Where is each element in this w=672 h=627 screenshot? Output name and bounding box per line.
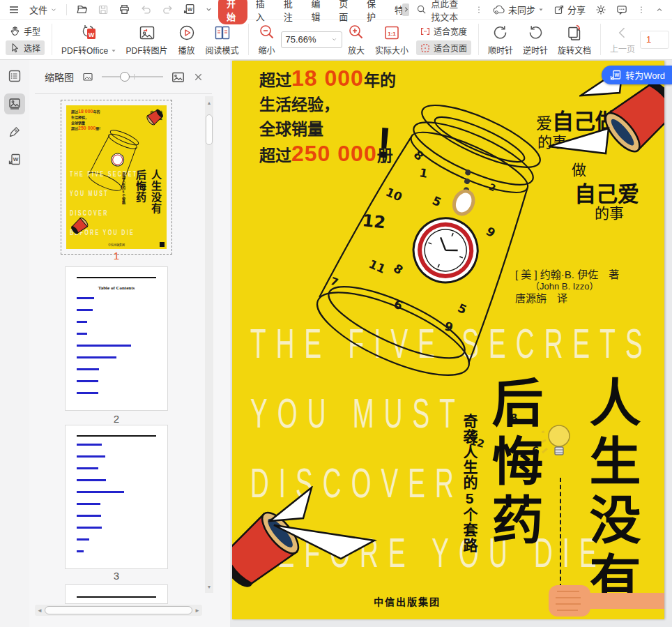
rotate-clockwise-icon (491, 24, 510, 42)
fit-width-button[interactable]: 适合宽度 (416, 24, 471, 38)
zoom-in-icon (347, 24, 365, 42)
cover-slogan-line5: 的事 (595, 202, 624, 222)
scroll-left-arrow[interactable]: ◄ (37, 607, 43, 614)
export-word-quick-button[interactable]: W (179, 1, 199, 17)
thumbnail-small-icon[interactable] (82, 71, 93, 82)
rotate-document-button[interactable]: 旋转文档 (553, 20, 596, 59)
zoom-in-button[interactable]: 放大 (342, 20, 370, 59)
sidebar-item-annotate[interactable] (4, 121, 25, 142)
page-number-input[interactable] (640, 31, 669, 49)
settings-button[interactable] (591, 2, 611, 17)
collapse-ribbon-button[interactable] (651, 3, 668, 16)
thumbnail-page-1[interactable]: 超过18 000年的 生活经验， 全球销量 超过250 000册! 自己做自己爱… (66, 105, 167, 249)
open-file-button[interactable] (72, 1, 92, 17)
pdf-page[interactable]: 超过18 000年的 生活经验， 全球销量 超过250 000册 ! 爱自己做 … (232, 61, 664, 619)
sidebar-item-outline[interactable] (4, 66, 25, 86)
read-mode-label: 阅读模式 (206, 44, 239, 56)
scroll-down-arrow[interactable]: ▼ (205, 582, 213, 591)
sidebar-item-to-word[interactable]: W (4, 149, 25, 170)
slider-knob[interactable] (120, 72, 130, 82)
toc-rule (77, 277, 156, 278)
scroll-up-arrow[interactable]: ▲ (205, 98, 213, 107)
pen-icon (8, 125, 22, 139)
share-button[interactable]: 分享 (549, 1, 590, 18)
cloud-unsynced-icon (493, 4, 505, 15)
scroll-right-arrow[interactable]: ► (194, 607, 200, 614)
horizontal-scrollbar[interactable]: ◄ ► (35, 605, 202, 616)
undo-button[interactable] (136, 1, 156, 17)
toolbar: 手型 选择 W PDF转Office PDF转图片 播放 阅读模式 缩小 75.… (0, 20, 672, 60)
rotate-counterclockwise-button[interactable]: 逆时针 (518, 20, 553, 59)
vertical-scrollbar-thumb[interactable] (206, 114, 213, 145)
close-panel-icon[interactable] (193, 72, 204, 82)
read-mode-button[interactable]: 阅读模式 (201, 20, 244, 59)
horizontal-scrollbar-thumb[interactable] (45, 606, 192, 614)
rotate-clockwise-button[interactable]: 顺时针 (483, 20, 518, 59)
file-menu[interactable]: 文件 (25, 1, 61, 18)
menubar: 文件 W 开始 插入 批注 编辑 页面 保护 特 点此查找文本 未同步 (0, 0, 672, 20)
undo-icon (140, 3, 152, 15)
feedback-button[interactable] (612, 2, 632, 17)
convert-to-word-button[interactable]: W 转为Word (602, 66, 672, 84)
search-more-button[interactable] (471, 3, 487, 16)
previous-page-button[interactable]: 上一页 (605, 20, 640, 59)
svg-text:W: W (615, 73, 620, 77)
sidebar-item-thumbnails[interactable] (4, 93, 25, 114)
toc-link-line (77, 479, 106, 481)
svg-text:9: 9 (484, 224, 498, 240)
thumbnail-page-2[interactable]: Table of Contents (66, 267, 167, 410)
tab-features[interactable]: 特 (388, 1, 404, 18)
divider (35, 93, 212, 94)
toc-link-line (77, 297, 94, 299)
redo-button[interactable] (158, 1, 178, 17)
toc-link-line (77, 515, 101, 517)
caret-down-icon (538, 7, 544, 13)
thumbnail-large-icon[interactable] (171, 70, 185, 84)
page-number-2: 2 (66, 413, 167, 425)
folder-open-icon (76, 3, 88, 15)
save-button[interactable] (93, 2, 113, 17)
toc-link-line (77, 380, 98, 382)
svg-text:1:1: 1:1 (388, 30, 396, 36)
select-tool-button[interactable]: 选择 (6, 40, 45, 55)
vertical-scrollbar-track[interactable] (205, 96, 213, 593)
tab-edit[interactable]: 编辑 (304, 0, 330, 25)
pdf-to-office-button[interactable]: W PDF转Office (56, 20, 121, 59)
pdf-to-image-button[interactable]: PDF转图片 (121, 20, 173, 59)
hamburger-menu-button[interactable] (4, 2, 24, 17)
sync-status-button[interactable]: 未同步 (489, 1, 548, 18)
quick-access-dropdown[interactable] (201, 3, 217, 15)
print-button[interactable] (114, 1, 135, 17)
fit-width-label: 适合宽度 (434, 25, 467, 37)
rotate-clockwise-label: 顺时针 (488, 44, 513, 56)
fit-width-icon (420, 27, 430, 36)
toc-link-line (77, 467, 98, 469)
thumbnails-icon (8, 97, 22, 111)
more-options-button[interactable] (633, 3, 650, 16)
thumbnail-page-4[interactable] (66, 585, 167, 603)
tabs-overflow-button[interactable] (402, 3, 409, 16)
fit-page-button[interactable]: 适合页面 (416, 40, 471, 55)
zoom-out-label: 缩小 (259, 44, 275, 56)
cover-title-right: 人生没有 (582, 376, 638, 610)
zoom-level-combobox[interactable]: 75.66% (281, 31, 342, 48)
svg-text:8: 8 (411, 148, 427, 164)
thumbnail-page-3[interactable] (66, 425, 167, 568)
panel-title: 缩略图 (45, 70, 74, 84)
rotate-counterclockwise-label: 逆时针 (523, 44, 548, 56)
thumbnail-size-slider[interactable] (102, 72, 163, 82)
svg-text:5: 5 (456, 301, 469, 317)
toc-link-line (77, 527, 102, 529)
play-button[interactable]: 播放 (173, 20, 201, 59)
kebab-menu-icon (475, 6, 483, 14)
chevron-down-icon (205, 6, 213, 13)
svg-text:8: 8 (391, 261, 406, 277)
actual-size-button[interactable]: 1:1 实际大小 (370, 20, 413, 59)
toc-link-line (77, 444, 102, 446)
sound-spark-4 (273, 513, 377, 561)
hand-tool-button[interactable]: 手型 (6, 24, 45, 38)
zoom-out-button[interactable]: 缩小 (253, 20, 281, 59)
select-tool-label: 选择 (24, 42, 40, 54)
caret-down-icon (331, 36, 337, 43)
page-number-3: 3 (66, 570, 167, 582)
